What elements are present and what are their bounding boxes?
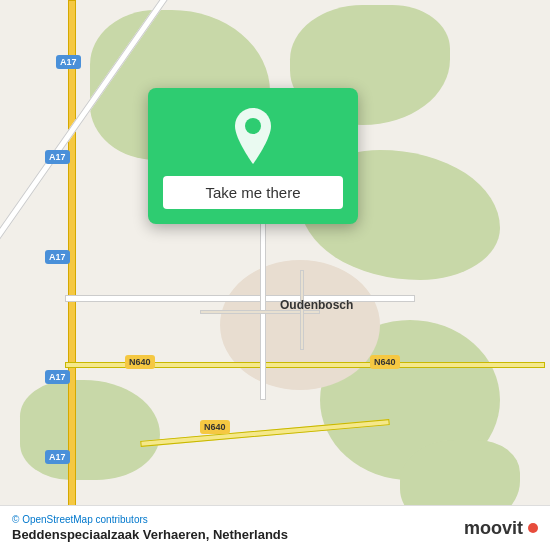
road-badge-a17-3: A17	[45, 250, 70, 264]
road-badge-n640-1: N640	[125, 355, 155, 369]
location-pin-icon	[229, 108, 277, 164]
take-me-there-button[interactable]: Take me there	[163, 176, 343, 209]
map-container: A17 A17 A17 A17 A17 N640 N640 N640 Ouden…	[0, 0, 550, 550]
bottom-bar: © OpenStreetMap contributors Beddenspeci…	[0, 505, 550, 550]
town-label: Oudenbosch	[280, 298, 353, 312]
bottom-left-info: © OpenStreetMap contributors Beddenspeci…	[12, 514, 288, 542]
osm-attribution: © OpenStreetMap contributors	[12, 514, 288, 525]
road-badge-n640-2: N640	[200, 420, 230, 434]
road-vertical	[260, 200, 266, 400]
road-badge-n640-3: N640	[370, 355, 400, 369]
main-road-horizontal	[65, 295, 415, 302]
road-badge-a17-2: A17	[45, 150, 70, 164]
road-badge-a17-1: A17	[56, 55, 81, 69]
location-card: Take me there	[148, 88, 358, 224]
highway-a17	[68, 0, 76, 550]
location-name: Beddenspeciaalzaak Verhaeren, Netherland…	[12, 527, 288, 542]
moovit-text: moovit	[464, 518, 523, 539]
road-badge-a17-5: A17	[45, 450, 70, 464]
road-badge-a17-4: A17	[45, 370, 70, 384]
svg-point-0	[245, 118, 261, 134]
osm-link[interactable]: © OpenStreetMap contributors	[12, 514, 148, 525]
moovit-logo: moovit	[464, 518, 538, 539]
moovit-dot-icon	[528, 523, 538, 533]
